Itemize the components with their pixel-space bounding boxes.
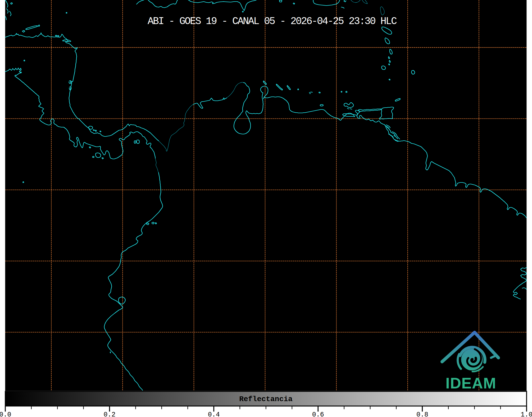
svg-text:0.8: 0.8 [416,411,428,417]
svg-text:1.0: 1.0 [521,411,532,417]
svg-text:0.0: 0.0 [0,411,11,417]
svg-text:0.2: 0.2 [104,411,116,417]
svg-text:0.6: 0.6 [312,411,324,417]
svg-text:0.4: 0.4 [208,411,220,417]
svg-text:IDEAM: IDEAM [445,374,496,392]
svg-text:Reflectancia: Reflectancia [239,395,293,403]
svg-text:ABI - GOES 19 - CANAL 05 - 202: ABI - GOES 19 - CANAL 05 - 2026-04-25 23… [148,16,397,27]
